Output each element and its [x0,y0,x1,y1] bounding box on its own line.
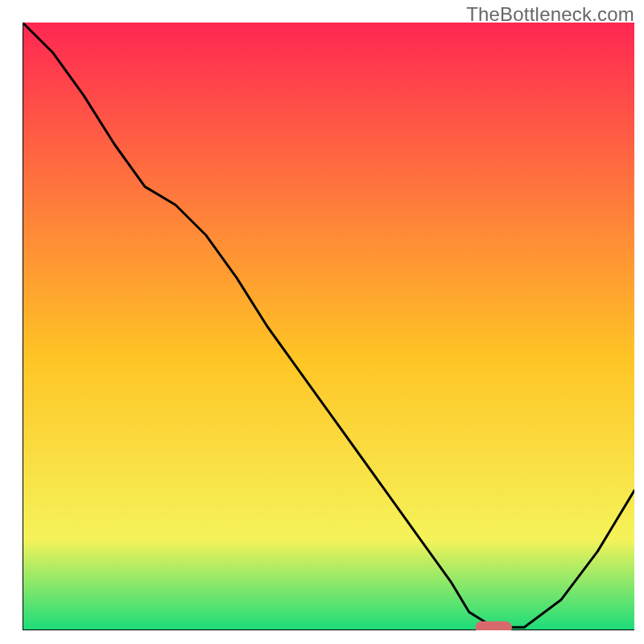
optimal-marker [475,621,512,630]
chart-background [23,23,634,630]
bottleneck-chart [23,23,634,630]
